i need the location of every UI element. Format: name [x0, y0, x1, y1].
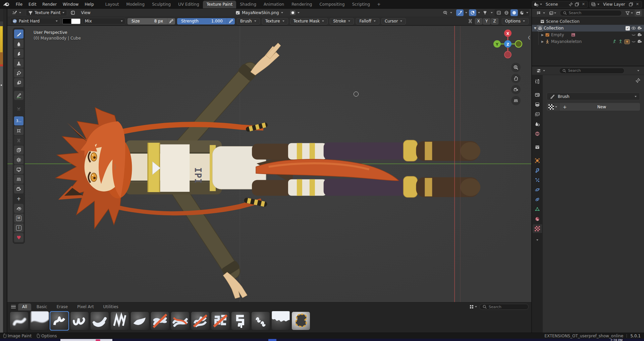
new-view-layer-icon[interactable] — [629, 2, 633, 7]
tab-render[interactable] — [533, 91, 542, 99]
outliner-search-input[interactable] — [569, 11, 619, 15]
gear-icon[interactable] — [14, 155, 23, 164]
menu-edit[interactable]: Edit — [25, 1, 39, 7]
texture-slot-selector[interactable] — [288, 9, 302, 16]
brush-asset-paint-soft[interactable] — [90, 311, 109, 331]
shelf-menu-icon[interactable] — [10, 304, 17, 310]
tab-texture[interactable] — [533, 224, 542, 233]
disable-render-camera-icon[interactable] — [637, 39, 642, 44]
menu-help[interactable]: Help — [82, 1, 97, 7]
mirror-icon[interactable] — [14, 136, 23, 145]
navigation-gizmo[interactable]: X Y Z — [492, 29, 523, 59]
popover-texture-mask[interactable]: Texture Mask — [290, 18, 328, 24]
size-pressure-toggle[interactable] — [167, 18, 175, 24]
unlink-scene-icon[interactable]: ✕ — [581, 2, 586, 6]
sidebar-collapse-icon[interactable]: ❮ — [528, 35, 531, 40]
mirror-z-button[interactable]: Z — [491, 18, 498, 24]
new-collection-icon[interactable] — [635, 10, 642, 16]
brush-asset-erase-hard-pressure[interactable] — [211, 311, 230, 331]
taskbar-window-preview[interactable] — [60, 339, 112, 341]
brush-asset-mask[interactable] — [291, 311, 311, 331]
outliner-search[interactable] — [560, 10, 622, 16]
secondary-color-swatch[interactable] — [71, 18, 80, 24]
popover-brush[interactable]: Brush — [237, 18, 260, 24]
closed-eye-icon[interactable] — [631, 39, 636, 44]
brush-asset-paint-soft-pressure[interactable] — [110, 311, 129, 331]
view-menu[interactable]: View — [78, 10, 93, 16]
render-preview-region-icon[interactable] — [495, 9, 502, 16]
overlays-toggle[interactable] — [469, 9, 476, 16]
collapse-arrow-icon[interactable]: ▶ — [541, 40, 544, 43]
image-selector[interactable]: MayaNewSkin.png — [233, 9, 286, 16]
scene-name[interactable]: Scene — [544, 2, 567, 7]
blender-icon[interactable] — [14, 204, 23, 213]
toolbar-overflow-button[interactable]: 3... — [14, 116, 23, 125]
brush-asset-blur[interactable] — [30, 311, 49, 331]
popover-stroke[interactable]: Stroke — [330, 18, 354, 24]
collapse-arrow-icon[interactable]: ▶ — [541, 33, 544, 37]
toolbar-collapse-chevron[interactable] — [14, 104, 23, 113]
brush-asset-erase-hard[interactable] — [191, 311, 210, 331]
outliner-row-mayanokeleton[interactable]: ▶ Mayanokeleton ▼ — [532, 38, 644, 45]
tab-physics[interactable] — [533, 185, 542, 194]
tool-mask-brush[interactable] — [14, 78, 23, 87]
workspace-tab-modeling[interactable]: Modeling — [123, 1, 149, 8]
tab-modifiers[interactable] — [533, 166, 542, 175]
pin-icon[interactable] — [635, 78, 641, 83]
editor-type-selector[interactable] — [9, 9, 24, 16]
workspace-tab-sculpting[interactable]: Sculpting — [148, 1, 174, 8]
popover-falloff[interactable]: Falloff — [356, 18, 379, 24]
camera-view-icon[interactable] — [511, 85, 521, 94]
menu-file[interactable]: File — [13, 1, 25, 7]
brush-asset-pixel[interactable] — [231, 311, 250, 331]
blend-mode-selector[interactable]: Mix — [83, 18, 125, 24]
workspace-tab-uv-editing[interactable]: UV Editing — [174, 1, 203, 8]
tab-object[interactable] — [533, 156, 542, 165]
properties-search-input[interactable] — [568, 68, 622, 73]
outliner-row-empty[interactable]: ▶ Empty — [532, 32, 644, 38]
tab-scene[interactable] — [533, 120, 542, 128]
shading-wireframe-icon[interactable] — [503, 9, 510, 16]
expand-arrow-icon[interactable]: ▼ — [534, 26, 536, 30]
workspace-tab-texture-paint[interactable]: Texture Paint — [203, 1, 236, 8]
hide-eye-icon[interactable] — [631, 26, 636, 31]
tool-soften-brush[interactable] — [14, 39, 23, 48]
clipboard-icon[interactable] — [14, 146, 23, 155]
grid-ortho-icon[interactable] — [511, 96, 521, 105]
shelf-tab-utilities[interactable]: Utilities — [99, 303, 122, 310]
mirror-y-button[interactable]: Y — [483, 18, 490, 24]
mode-selector[interactable]: Texture Paint — [26, 9, 67, 16]
workspace-tab-scripting[interactable]: Scripting — [348, 1, 374, 8]
taskbar-window-preview[interactable] — [268, 339, 276, 341]
menu-window[interactable]: Window — [60, 1, 82, 7]
brush-asset-erase-soft-pressure[interactable] — [170, 311, 190, 331]
tab-tool[interactable] — [533, 77, 542, 86]
outliner-display-mode-icon[interactable] — [549, 10, 556, 16]
strength-slider[interactable]: Strength 1.000 — [177, 18, 227, 24]
brush-asset-erase-soft[interactable] — [150, 311, 170, 331]
closed-eye-icon[interactable] — [631, 33, 636, 37]
viewport-3d[interactable]: IPI — [7, 26, 531, 302]
shading-solid-icon[interactable] — [511, 9, 518, 16]
strength-pressure-toggle[interactable] — [227, 18, 235, 24]
primary-color-swatch[interactable] — [62, 18, 71, 24]
brush-asset-pixel-soft[interactable] — [251, 311, 270, 331]
workspace-tab-compositing[interactable]: Compositing — [316, 1, 348, 8]
options-popover[interactable]: Options — [502, 18, 529, 24]
tab-output[interactable] — [533, 100, 542, 109]
new-scene-icon[interactable] — [575, 2, 579, 7]
texture-browser-dropdown[interactable] — [547, 103, 559, 111]
collection-checkbox[interactable]: ✓ — [626, 26, 630, 31]
shelf-tab-pixel-art[interactable]: Pixel Art — [73, 303, 98, 310]
xray-toggle[interactable] — [482, 9, 489, 16]
xray-dropdown[interactable] — [490, 11, 493, 14]
pan-hand-icon[interactable] — [511, 74, 521, 83]
tab-view-layer[interactable] — [533, 110, 542, 119]
outliner-filter[interactable] — [625, 11, 633, 15]
gizmos-toggle[interactable] — [456, 9, 464, 16]
scene-selector[interactable]: Scene ✕ — [532, 1, 588, 8]
overlays-dropdown[interactable] — [478, 11, 480, 14]
tool-annotate[interactable] — [14, 91, 23, 100]
workspace-tab-animation[interactable]: Animation — [260, 1, 288, 8]
camera-icon[interactable] — [14, 184, 23, 193]
